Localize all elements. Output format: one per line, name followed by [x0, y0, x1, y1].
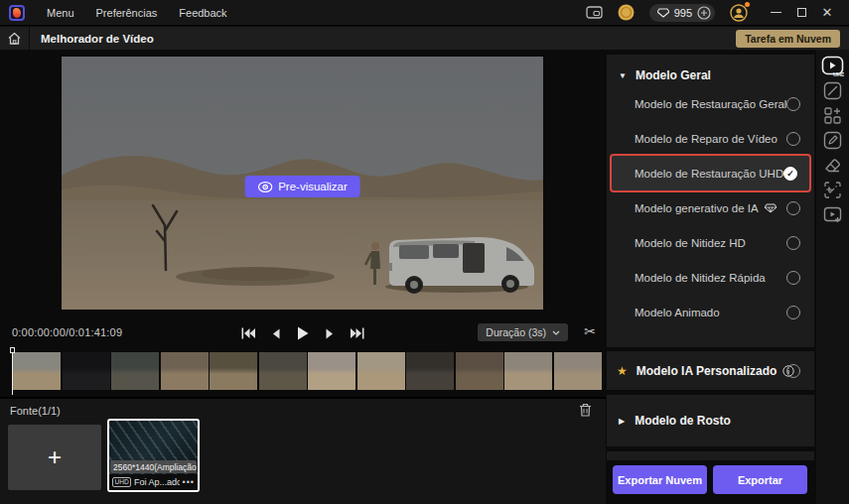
preview-button-label: Pre-visualizar	[278, 181, 348, 192]
chevron-down-icon	[552, 330, 560, 335]
batch-add-tool[interactable]	[821, 103, 845, 127]
playhead-line	[12, 353, 14, 395]
radio-icon[interactable]	[786, 364, 800, 378]
option-restauracao-geral[interactable]: Modelo de Restauração Geral	[607, 86, 814, 121]
eraser-tool[interactable]	[821, 153, 845, 177]
radio-checked-icon[interactable]	[783, 167, 797, 181]
trash-icon[interactable]	[579, 403, 592, 421]
credits-count: 995	[674, 7, 692, 19]
filmstrip-thumb[interactable]	[456, 352, 503, 390]
general-model-title: Modelo Geral	[636, 68, 711, 82]
smart-select-tool[interactable]	[821, 178, 845, 201]
play-icon[interactable]	[297, 326, 309, 340]
panel-spacer-card	[607, 451, 814, 460]
next-frame-icon[interactable]	[326, 328, 334, 339]
preview-workspace: Pre-visualizar 0:00:00:00/0:01:41:09 Dur…	[0, 50, 606, 504]
prev-frame-icon[interactable]	[272, 328, 280, 339]
preview-button[interactable]: Pre-visualizar	[244, 176, 360, 197]
radio-icon[interactable]	[786, 97, 800, 111]
coin-icon[interactable]	[618, 4, 635, 21]
option-reparo-video[interactable]: Modelo de Reparo de Vídeo	[607, 121, 814, 156]
skip-start-icon[interactable]	[241, 327, 255, 339]
titlebar-right-group: 995 ✕	[571, 0, 849, 26]
svg-text:UHD: UHD	[833, 70, 844, 76]
export-button[interactable]: Exportar	[713, 465, 807, 494]
screen-cast-icon[interactable]	[586, 6, 603, 19]
export-cloud-button[interactable]: Exportar Nuvem	[613, 465, 707, 494]
credits-pill[interactable]: 995	[649, 4, 715, 22]
star-icon: ★	[617, 364, 628, 378]
radio-icon[interactable]	[786, 132, 800, 146]
general-model-section: ▼ Modelo Geral Modelo de Restauração Ger…	[607, 55, 814, 347]
maximize-button[interactable]	[788, 0, 814, 26]
tool-rail: UHD	[816, 50, 849, 504]
notification-dot	[745, 2, 750, 7]
minimize-button[interactable]	[763, 0, 788, 26]
eye-icon	[257, 182, 272, 192]
uhd-enhance-tool-active[interactable]: UHD	[821, 54, 845, 77]
custom-ai-model-section[interactable]: ★ Modelo IA Personalizado	[607, 351, 814, 390]
radio-icon[interactable]	[786, 271, 800, 285]
custom-ai-model-title: Modelo IA Personalizado	[637, 364, 778, 378]
filmstrip-thumb[interactable]	[308, 352, 355, 390]
clip-file-name: Foi Ap...ado.ts	[134, 477, 179, 487]
plus-icon: +	[48, 445, 62, 469]
filmstrip-thumb[interactable]	[13, 352, 61, 390]
filmstrip-thumb[interactable]	[210, 352, 257, 390]
timecode: 0:00:00:00/0:01:41:09	[12, 326, 122, 338]
clip-resolution-caption: 2560*1440(Ampliação...	[110, 460, 197, 473]
face-model-title: Modelo de Rosto	[635, 414, 731, 428]
video-preview[interactable]: Pre-visualizar	[62, 57, 543, 310]
add-credits-icon[interactable]	[697, 6, 711, 20]
minimize-icon	[771, 12, 781, 14]
add-source-button[interactable]: +	[8, 425, 101, 490]
duration-label: Duração (3s)	[486, 326, 546, 338]
close-button[interactable]: ✕	[814, 0, 840, 26]
header-bar: Melhorador de Vídeo Tarefa em Nuvem	[0, 27, 849, 50]
filmstrip-thumb[interactable]	[63, 352, 110, 390]
uhd-badge: UHD	[112, 477, 131, 487]
clip-info-bar: UHD Foi Ap...ado.ts •••	[109, 474, 198, 490]
face-model-section[interactable]: ▶ Modelo de Rosto	[607, 395, 814, 446]
app-logo-icon	[9, 5, 25, 21]
filmstrip-thumb[interactable]	[554, 352, 602, 390]
source-panel-title: Fonte(1/1)	[10, 405, 61, 417]
radio-icon[interactable]	[786, 201, 800, 215]
duration-selector[interactable]: Duração (3s)	[478, 323, 568, 341]
general-model-header[interactable]: ▼ Modelo Geral	[607, 55, 814, 86]
video-add-tool[interactable]	[821, 202, 845, 226]
title-bar: Menu Preferências Feedback 995 ✕	[0, 0, 849, 26]
option-generativo-ia[interactable]: Modelo generativo de IA	[607, 190, 814, 225]
option-nitidez-hd[interactable]: Modelo de Nitidez HD	[607, 225, 814, 260]
preferences-button[interactable]: Preferências	[96, 7, 158, 19]
menu-button[interactable]: Menu	[47, 7, 74, 19]
cloud-task-button[interactable]: Tarefa em Nuvem	[736, 30, 840, 48]
option-restauracao-uhd[interactable]: Modelo de Restauração UHD	[612, 156, 809, 190]
filmstrip-thumb[interactable]	[406, 352, 454, 390]
page-title: Melhorador de Vídeo	[41, 33, 154, 45]
frame-interpolation-tool[interactable]	[821, 78, 845, 102]
option-animado[interactable]: Modelo Animado	[607, 295, 814, 329]
source-panel: Fonte(1/1) + 2560*1440(Ampliação... UHD …	[0, 397, 606, 504]
filmstrip-thumb[interactable]	[259, 352, 307, 390]
filmstrip-thumb[interactable]	[161, 352, 209, 390]
radio-icon[interactable]	[786, 306, 800, 319]
filmstrip-thumb[interactable]	[111, 352, 159, 390]
filmstrip-thumb[interactable]	[504, 352, 552, 390]
skip-end-icon[interactable]	[351, 327, 364, 339]
cut-icon[interactable]: ✂	[584, 323, 596, 339]
clip-more-icon[interactable]: •••	[183, 477, 195, 487]
premium-gem-icon	[765, 203, 777, 213]
source-clip-thumbnail[interactable]: 2560*1440(Ampliação... UHD Foi Ap...ado.…	[107, 419, 200, 492]
home-button[interactable]	[0, 27, 30, 50]
edit-tool[interactable]	[821, 128, 845, 152]
account-icon[interactable]	[730, 4, 748, 22]
timeline-filmstrip[interactable]	[13, 352, 603, 390]
transport-bar: 0:00:00:00/0:01:41:09 Duração (3s) ✂	[0, 320, 606, 346]
feedback-button[interactable]: Feedback	[179, 7, 226, 19]
gem-icon	[657, 8, 669, 18]
radio-icon[interactable]	[786, 236, 800, 250]
filmstrip-thumb[interactable]	[357, 352, 405, 390]
option-nitidez-rapida[interactable]: Modelo de Nitidez Rápida	[607, 260, 814, 295]
timeline-playhead[interactable]	[9, 347, 15, 395]
